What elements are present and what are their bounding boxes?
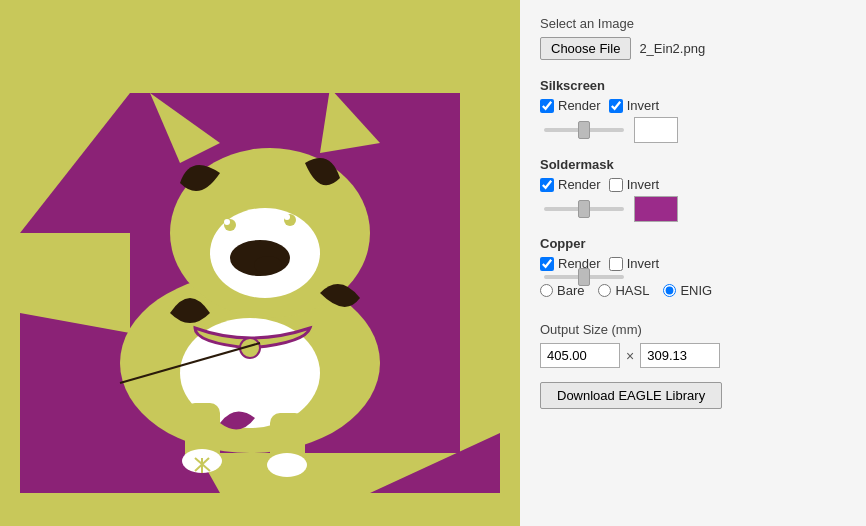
size-row: × bbox=[540, 343, 846, 368]
copper-slider[interactable] bbox=[544, 275, 624, 279]
silkscreen-slider[interactable] bbox=[544, 128, 624, 132]
soldermask-controls: Render Invert bbox=[540, 177, 846, 192]
silkscreen-invert-label[interactable]: Invert bbox=[609, 98, 660, 113]
soldermask-invert-checkbox[interactable] bbox=[609, 178, 623, 192]
controls-panel: Select an Image Choose File 2_Ein2.png S… bbox=[520, 0, 866, 526]
copper-title: Copper bbox=[540, 236, 846, 251]
silkscreen-color-swatch[interactable] bbox=[634, 117, 678, 143]
silkscreen-controls: Render Invert bbox=[540, 98, 846, 113]
svg-point-18 bbox=[254, 256, 282, 274]
width-input[interactable] bbox=[540, 343, 620, 368]
soldermask-title: Soldermask bbox=[540, 157, 846, 172]
copper-section: Copper Render Invert Bare HASL bbox=[540, 236, 846, 304]
enig-label[interactable]: ENIG bbox=[663, 283, 712, 298]
soldermask-invert-label[interactable]: Invert bbox=[609, 177, 660, 192]
copper-slider-row bbox=[544, 275, 846, 279]
image-container bbox=[20, 33, 500, 493]
image-panel bbox=[0, 0, 520, 526]
svg-point-17 bbox=[284, 214, 290, 220]
soldermask-render-checkbox[interactable] bbox=[540, 178, 554, 192]
file-row: Choose File 2_Ein2.png bbox=[540, 37, 846, 60]
soldermask-section: Soldermask Render Invert bbox=[540, 157, 846, 222]
select-image-label: Select an Image bbox=[540, 16, 846, 31]
silkscreen-render-checkbox[interactable] bbox=[540, 99, 554, 113]
svg-point-16 bbox=[224, 219, 230, 225]
filename-display: 2_Ein2.png bbox=[639, 41, 705, 56]
silkscreen-section: Silkscreen Render Invert bbox=[540, 78, 846, 143]
bare-label[interactable]: Bare bbox=[540, 283, 584, 298]
bare-radio[interactable] bbox=[540, 284, 553, 297]
download-eagle-button[interactable]: Download EAGLE Library bbox=[540, 382, 722, 409]
hasl-label[interactable]: HASL bbox=[598, 283, 649, 298]
silkscreen-invert-checkbox[interactable] bbox=[609, 99, 623, 113]
soldermask-render-label[interactable]: Render bbox=[540, 177, 601, 192]
soldermask-color-swatch[interactable] bbox=[634, 196, 678, 222]
output-section: Output Size (mm) × Download EAGLE Librar… bbox=[540, 322, 846, 409]
svg-point-22 bbox=[267, 453, 307, 477]
soldermask-slider[interactable] bbox=[544, 207, 624, 211]
times-symbol: × bbox=[626, 348, 634, 364]
corgi-image bbox=[20, 33, 500, 493]
soldermask-slider-row bbox=[544, 196, 846, 222]
choose-file-button[interactable]: Choose File bbox=[540, 37, 631, 60]
silkscreen-title: Silkscreen bbox=[540, 78, 846, 93]
height-input[interactable] bbox=[640, 343, 720, 368]
silkscreen-slider-row bbox=[544, 117, 846, 143]
enig-radio[interactable] bbox=[663, 284, 676, 297]
hasl-radio[interactable] bbox=[598, 284, 611, 297]
output-size-label: Output Size (mm) bbox=[540, 322, 846, 337]
silkscreen-render-label[interactable]: Render bbox=[540, 98, 601, 113]
